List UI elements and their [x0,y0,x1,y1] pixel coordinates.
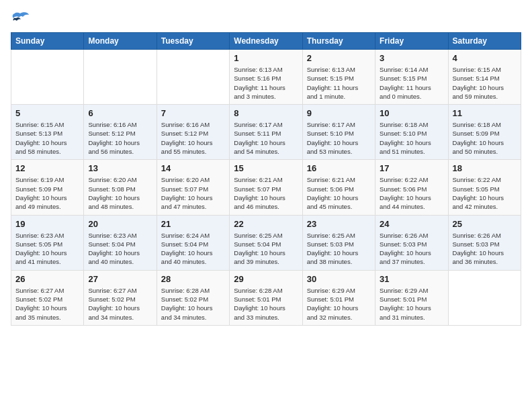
day-info: Sunrise: 6:21 AM Sunset: 5:07 PM Dayligh… [234,175,298,211]
day-cell: 4Sunrise: 6:15 AM Sunset: 5:14 PM Daylig… [448,50,521,105]
day-number: 16 [307,163,371,173]
day-cell: 15Sunrise: 6:21 AM Sunset: 5:07 PM Dayli… [230,160,302,215]
day-number: 11 [453,108,517,118]
day-cell: 20Sunrise: 6:23 AM Sunset: 5:04 PM Dayli… [84,215,157,270]
day-cell: 24Sunrise: 6:26 AM Sunset: 5:03 PM Dayli… [375,215,448,270]
day-cell: 2Sunrise: 6:13 AM Sunset: 5:15 PM Daylig… [302,50,375,105]
day-info: Sunrise: 6:26 AM Sunset: 5:03 PM Dayligh… [380,231,443,267]
day-info: Sunrise: 6:13 AM Sunset: 5:15 PM Dayligh… [307,65,371,101]
day-cell: 10Sunrise: 6:18 AM Sunset: 5:10 PM Dayli… [375,105,448,160]
day-info: Sunrise: 6:18 AM Sunset: 5:09 PM Dayligh… [453,120,517,156]
day-number: 13 [88,163,152,173]
day-cell: 26Sunrise: 6:27 AM Sunset: 5:02 PM Dayli… [11,270,84,325]
day-info: Sunrise: 6:27 AM Sunset: 5:02 PM Dayligh… [15,286,79,322]
day-number: 26 [15,274,79,284]
day-info: Sunrise: 6:17 AM Sunset: 5:10 PM Dayligh… [307,120,371,156]
day-cell: 25Sunrise: 6:26 AM Sunset: 5:03 PM Dayli… [448,215,521,270]
day-cell: 6Sunrise: 6:16 AM Sunset: 5:12 PM Daylig… [84,105,157,160]
day-number: 4 [453,53,517,63]
day-number: 18 [453,163,517,173]
day-cell: 16Sunrise: 6:21 AM Sunset: 5:06 PM Dayli… [302,160,375,215]
day-cell [157,50,229,105]
week-row-3: 12Sunrise: 6:19 AM Sunset: 5:09 PM Dayli… [11,160,521,215]
logo-icon [11,11,30,26]
day-cell: 30Sunrise: 6:29 AM Sunset: 5:01 PM Dayli… [302,270,375,325]
day-number: 2 [307,53,371,63]
day-info: Sunrise: 6:20 AM Sunset: 5:07 PM Dayligh… [161,175,225,211]
day-info: Sunrise: 6:14 AM Sunset: 5:15 PM Dayligh… [380,65,443,101]
day-cell: 31Sunrise: 6:29 AM Sunset: 5:01 PM Dayli… [375,270,448,325]
day-number: 3 [380,53,443,63]
day-info: Sunrise: 6:18 AM Sunset: 5:10 PM Dayligh… [380,120,443,156]
day-info: Sunrise: 6:17 AM Sunset: 5:11 PM Dayligh… [234,120,298,156]
day-number: 24 [380,219,443,229]
day-info: Sunrise: 6:22 AM Sunset: 5:06 PM Dayligh… [380,175,443,211]
day-info: Sunrise: 6:25 AM Sunset: 5:03 PM Dayligh… [307,231,371,267]
weekday-header-tuesday: Tuesday [157,33,229,50]
day-info: Sunrise: 6:15 AM Sunset: 5:13 PM Dayligh… [15,120,79,156]
day-number: 20 [88,219,152,229]
day-number: 21 [161,219,225,229]
day-number: 29 [234,274,298,284]
weekday-header-saturday: Saturday [448,33,521,50]
day-cell: 3Sunrise: 6:14 AM Sunset: 5:15 PM Daylig… [375,50,448,105]
day-number: 15 [234,163,298,173]
day-info: Sunrise: 6:25 AM Sunset: 5:04 PM Dayligh… [234,231,298,267]
day-number: 14 [161,163,225,173]
weekday-header-sunday: Sunday [11,33,84,50]
day-number: 6 [88,108,152,118]
day-cell: 29Sunrise: 6:28 AM Sunset: 5:01 PM Dayli… [230,270,302,325]
week-row-2: 5Sunrise: 6:15 AM Sunset: 5:13 PM Daylig… [11,105,521,160]
day-info: Sunrise: 6:15 AM Sunset: 5:14 PM Dayligh… [453,65,517,101]
day-number: 1 [234,53,298,63]
day-info: Sunrise: 6:21 AM Sunset: 5:06 PM Dayligh… [307,175,371,211]
day-cell: 17Sunrise: 6:22 AM Sunset: 5:06 PM Dayli… [375,160,448,215]
day-cell: 7Sunrise: 6:16 AM Sunset: 5:12 PM Daylig… [157,105,229,160]
day-number: 22 [234,219,298,229]
day-info: Sunrise: 6:23 AM Sunset: 5:05 PM Dayligh… [15,231,79,267]
day-number: 31 [380,274,443,284]
day-info: Sunrise: 6:19 AM Sunset: 5:09 PM Dayligh… [15,175,79,211]
day-cell: 9Sunrise: 6:17 AM Sunset: 5:10 PM Daylig… [302,105,375,160]
day-number: 30 [307,274,371,284]
day-info: Sunrise: 6:29 AM Sunset: 5:01 PM Dayligh… [307,286,371,322]
day-cell: 5Sunrise: 6:15 AM Sunset: 5:13 PM Daylig… [11,105,84,160]
week-row-1: 1Sunrise: 6:13 AM Sunset: 5:16 PM Daylig… [11,50,521,105]
day-number: 8 [234,108,298,118]
day-number: 9 [307,108,371,118]
day-number: 7 [161,108,225,118]
day-info: Sunrise: 6:29 AM Sunset: 5:01 PM Dayligh… [380,286,443,322]
week-row-5: 26Sunrise: 6:27 AM Sunset: 5:02 PM Dayli… [11,270,521,325]
day-info: Sunrise: 6:16 AM Sunset: 5:12 PM Dayligh… [161,120,225,156]
weekday-header-row: SundayMondayTuesdayWednesdayThursdayFrid… [11,33,521,50]
week-row-4: 19Sunrise: 6:23 AM Sunset: 5:05 PM Dayli… [11,215,521,270]
day-cell: 28Sunrise: 6:28 AM Sunset: 5:02 PM Dayli… [157,270,229,325]
logo [11,11,32,26]
day-cell: 11Sunrise: 6:18 AM Sunset: 5:09 PM Dayli… [448,105,521,160]
day-info: Sunrise: 6:22 AM Sunset: 5:05 PM Dayligh… [453,175,517,211]
day-info: Sunrise: 6:16 AM Sunset: 5:12 PM Dayligh… [88,120,152,156]
day-cell [84,50,157,105]
day-number: 12 [15,163,79,173]
page-header [11,11,521,26]
day-info: Sunrise: 6:23 AM Sunset: 5:04 PM Dayligh… [88,231,152,267]
day-info: Sunrise: 6:27 AM Sunset: 5:02 PM Dayligh… [88,286,152,322]
day-cell [448,270,521,325]
day-info: Sunrise: 6:28 AM Sunset: 5:02 PM Dayligh… [161,286,225,322]
day-number: 28 [161,274,225,284]
day-info: Sunrise: 6:28 AM Sunset: 5:01 PM Dayligh… [234,286,298,322]
day-number: 10 [380,108,443,118]
day-cell [11,50,84,105]
day-number: 23 [307,219,371,229]
day-cell: 13Sunrise: 6:20 AM Sunset: 5:08 PM Dayli… [84,160,157,215]
weekday-header-friday: Friday [375,33,448,50]
day-cell: 12Sunrise: 6:19 AM Sunset: 5:09 PM Dayli… [11,160,84,215]
day-number: 19 [15,219,79,229]
day-info: Sunrise: 6:13 AM Sunset: 5:16 PM Dayligh… [234,65,298,101]
weekday-header-thursday: Thursday [302,33,375,50]
day-cell: 1Sunrise: 6:13 AM Sunset: 5:16 PM Daylig… [230,50,302,105]
calendar-table: SundayMondayTuesdayWednesdayThursdayFrid… [11,32,521,326]
day-cell: 19Sunrise: 6:23 AM Sunset: 5:05 PM Dayli… [11,215,84,270]
day-cell: 27Sunrise: 6:27 AM Sunset: 5:02 PM Dayli… [84,270,157,325]
day-number: 25 [453,219,517,229]
